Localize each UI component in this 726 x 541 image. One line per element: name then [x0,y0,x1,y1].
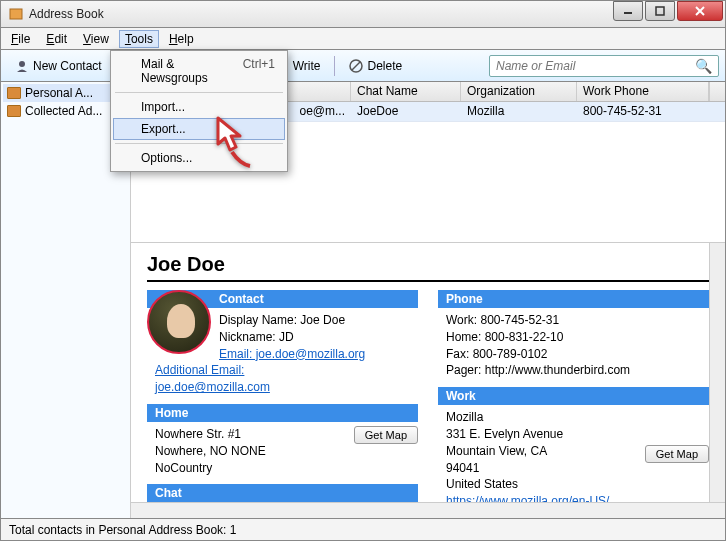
section-work: Work [438,387,709,405]
statusbar: Total contacts in Personal Address Book:… [0,519,726,541]
search-input[interactable] [496,59,695,73]
toolbar: New Contact Write Delete 🔍 [0,50,726,82]
menu-help[interactable]: Help [163,30,200,48]
maximize-button[interactable] [645,1,675,21]
section-home: Home [147,404,418,422]
separator [334,56,335,76]
titlebar: Address Book [0,0,726,28]
svg-line-7 [352,62,360,70]
menu-tools[interactable]: Tools [119,30,159,48]
window-title: Address Book [29,7,613,21]
body: Personal A... Collected Ad... Name Email… [0,82,726,519]
cell-org: Mozilla [461,102,577,121]
work-url-link[interactable]: https://www.mozilla.org/en-US/ [446,494,609,502]
write-button[interactable]: Write [285,56,329,76]
svg-rect-0 [10,9,22,19]
col-chat[interactable]: Chat Name [351,82,461,101]
new-contact-label: New Contact [33,59,102,73]
menubar: File Edit View Tools Help [0,28,726,50]
shortcut: Ctrl+1 [243,57,275,85]
svg-rect-2 [656,7,664,15]
additional-email-link[interactable]: joe.doe@mozilla.com [155,380,270,394]
write-label: Write [293,59,321,73]
additional-email-label[interactable]: Additional Email: [155,363,244,377]
section-chat: Chat [147,484,418,502]
sidebar-item-label: Personal A... [25,86,93,100]
email-link[interactable]: Email: joe.doe@mozilla.org [219,347,365,361]
scrollbar-vertical[interactable] [709,243,725,502]
avatar [147,290,211,354]
home-body: Get Map Nowhere Str. #1 Nowhere, NO NONE… [147,426,418,476]
delete-label: Delete [367,59,402,73]
menu-import[interactable]: Import... [113,96,285,118]
search-box[interactable]: 🔍 [489,55,719,77]
col-phone[interactable]: Work Phone [577,82,709,101]
menu-view[interactable]: View [77,30,115,48]
addressbook-icon [7,105,21,117]
close-button[interactable] [677,1,723,21]
get-map-home-button[interactable]: Get Map [354,426,418,444]
svg-point-5 [19,61,25,67]
cell-phone: 800-745-52-31 [577,102,725,121]
col-picker[interactable] [709,82,725,101]
delete-button[interactable]: Delete [341,56,410,76]
minimize-button[interactable] [613,1,643,21]
new-contact-button[interactable]: New Contact [7,56,110,76]
app-icon [9,7,23,21]
menu-edit[interactable]: Edit [40,30,73,48]
get-map-work-button[interactable]: Get Map [645,445,709,463]
menu-separator [115,92,283,93]
cursor-pointer-icon [212,116,262,166]
cell-chat: JoeDoe [351,102,461,121]
detail-pane: Joe Doe Contact Display Name: Joe Doe Ni… [131,242,725,502]
work-body: Get Map Mozilla 331 E. Evelyn Avenue Mou… [438,409,709,502]
search-icon[interactable]: 🔍 [695,58,712,74]
phone-body: Work: 800-745-52-31 Home: 800-831-22-10 … [438,312,709,379]
menu-file[interactable]: File [5,30,36,48]
section-phone: Phone [438,290,709,308]
person-icon [15,59,29,73]
delete-icon [349,59,363,73]
sidebar-item-label: Collected Ad... [25,104,102,118]
status-text: Total contacts in Personal Address Book:… [9,523,236,537]
scrollbar-horizontal[interactable] [131,502,725,518]
col-org[interactable]: Organization [461,82,577,101]
addressbook-icon [7,87,21,99]
contact-name: Joe Doe [147,253,709,282]
menu-mail-newsgroups[interactable]: Mail & Newsgroups Ctrl+1 [113,53,285,89]
